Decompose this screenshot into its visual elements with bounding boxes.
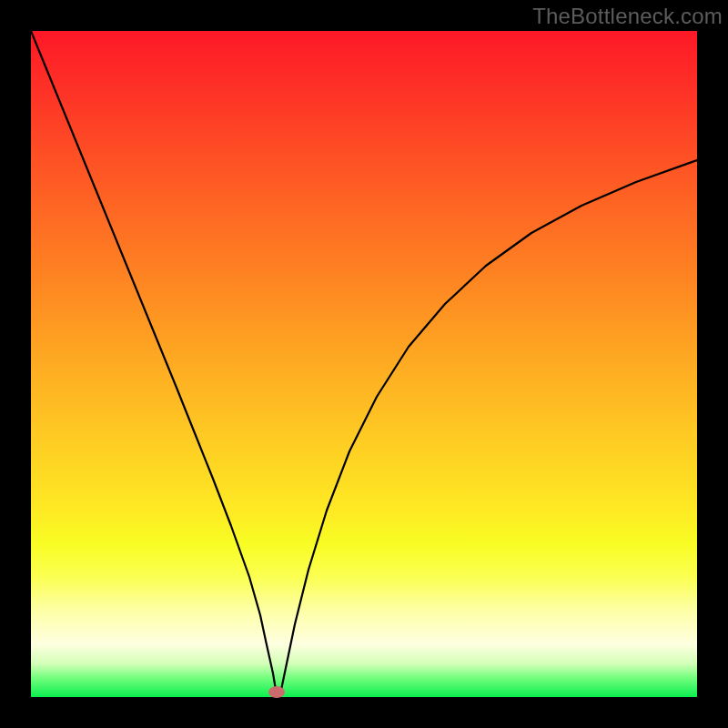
chart-plot-area — [31, 31, 697, 697]
optimal-point-marker — [268, 686, 285, 698]
attribution-label: TheBottleneck.com — [532, 4, 723, 29]
chart-outer-frame: TheBottleneck.com — [0, 0, 728, 728]
curve-left-branch — [31, 31, 276, 690]
curve-right-branch — [281, 160, 697, 690]
bottleneck-curve — [31, 31, 697, 697]
